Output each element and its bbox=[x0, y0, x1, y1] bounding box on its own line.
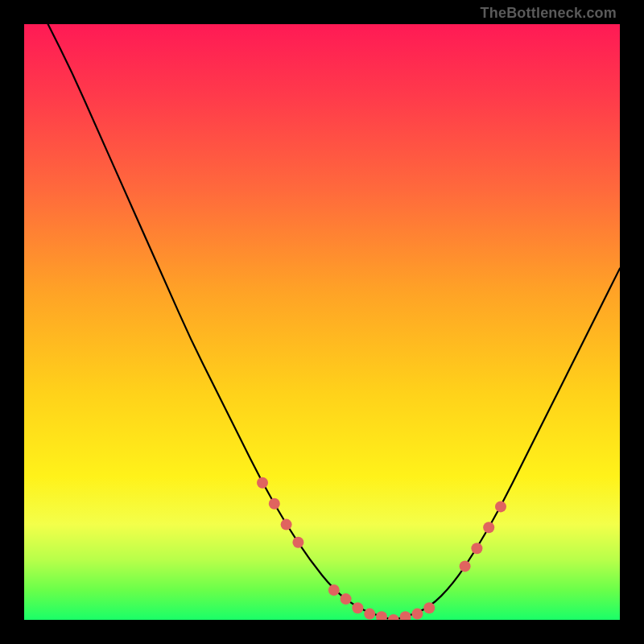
curve-marker bbox=[388, 614, 399, 620]
curve-marker bbox=[352, 602, 363, 613]
curve-marker bbox=[328, 584, 340, 596]
curve-marker bbox=[341, 593, 352, 605]
curve-marker bbox=[281, 519, 292, 530]
curve-marker bbox=[460, 560, 471, 572]
curve-markers bbox=[257, 477, 506, 620]
bottleneck-chart bbox=[24, 24, 620, 620]
curve-marker bbox=[495, 501, 506, 512]
curve-marker bbox=[376, 611, 387, 620]
curve-marker bbox=[423, 602, 435, 613]
curve-marker bbox=[483, 522, 494, 533]
curve-marker bbox=[411, 609, 423, 620]
curve-marker bbox=[400, 611, 411, 620]
curve-marker bbox=[269, 498, 280, 510]
watermark-label: TheBottleneck.com bbox=[481, 5, 617, 22]
chart-frame bbox=[24, 24, 620, 620]
curve-marker bbox=[257, 477, 268, 489]
bottleneck-curve-line bbox=[48, 24, 620, 619]
curve-marker bbox=[471, 543, 482, 554]
curve-marker bbox=[364, 609, 375, 620]
curve-marker bbox=[292, 537, 303, 548]
